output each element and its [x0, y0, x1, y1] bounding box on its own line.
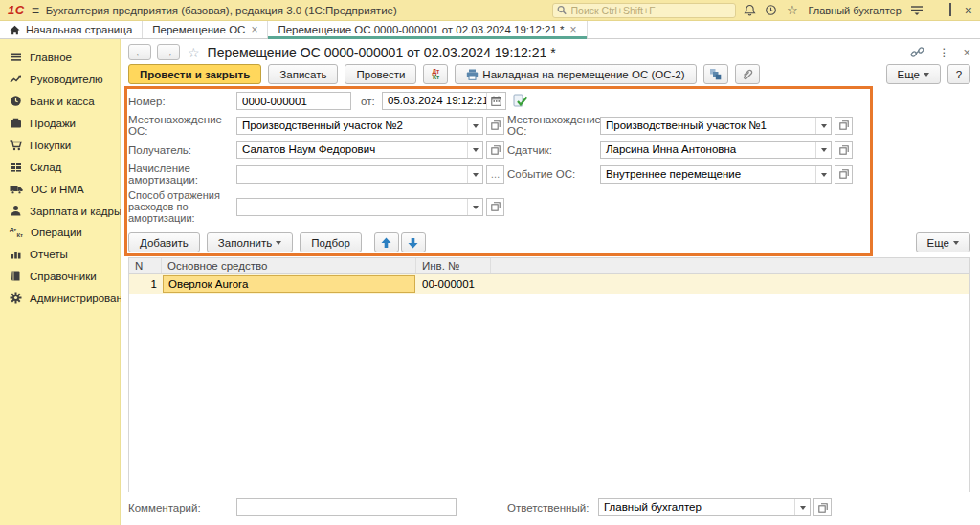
receiver-combo[interactable]: Салатов Наум Федорович [236, 141, 483, 159]
chevron-down-icon[interactable] [794, 499, 810, 515]
link-icon[interactable] [910, 46, 924, 58]
help-button[interactable]: ? [947, 64, 970, 84]
history-icon[interactable] [764, 3, 778, 17]
expense-method-label: Способ отражения расходов по амортизации… [128, 189, 236, 224]
expense-method-combo[interactable] [236, 198, 483, 216]
open-expense-method-button[interactable] [486, 198, 504, 216]
sidebar-item-warehouse[interactable]: Склад [0, 156, 120, 178]
calendar-icon[interactable] [486, 93, 505, 109]
column-asset[interactable]: Основное средство [162, 258, 416, 273]
chevron-down-icon[interactable] [467, 118, 482, 134]
set-date-check-icon[interactable] [513, 94, 528, 108]
chevron-down-icon[interactable] [467, 199, 482, 215]
move-up-button[interactable] [374, 232, 399, 252]
date-value: 05.03.2024 19:12:21 [383, 93, 486, 109]
fill-button[interactable]: Заполнить [207, 232, 293, 252]
inventory-number-cell[interactable]: 00-000001 [416, 278, 491, 290]
close-tab-icon[interactable]: × [251, 23, 257, 36]
favorites-star-icon[interactable]: ☆ [785, 3, 799, 17]
service-menu-icon[interactable] [910, 5, 924, 16]
chevron-down-icon[interactable] [815, 142, 831, 158]
forward-button[interactable]: → [157, 44, 180, 60]
sidebar-label: Администрирование [30, 293, 135, 304]
depreciation-combo[interactable] [236, 165, 483, 184]
open-responsible-button[interactable] [813, 498, 832, 516]
move-down-button[interactable] [401, 232, 426, 252]
column-n[interactable]: N [129, 258, 162, 273]
sidebar-item-operations[interactable]: Дт Кт Операции [0, 222, 120, 243]
form-fields: Номер: от: 05.03.2024 19:12:21 [121, 89, 980, 229]
sidebar-label: Справочники [30, 271, 97, 282]
open-location-to-button[interactable] [835, 117, 853, 135]
chevron-down-icon[interactable] [815, 118, 831, 134]
pick-button[interactable]: Подбор [300, 232, 362, 252]
search-input[interactable] [571, 5, 732, 16]
tab-home[interactable]: Начальная страница [0, 21, 143, 38]
close-window-icon[interactable]: × [965, 4, 972, 17]
sidebar-item-payroll-hr[interactable]: Зарплата и кадры [0, 200, 120, 222]
location-from-combo[interactable]: Производственный участок №2 [236, 117, 483, 135]
print-invoice-button[interactable]: Накладная на перемещение ОС (ОС-2) [455, 64, 696, 84]
current-user[interactable]: Главный бухгалтер [808, 5, 901, 16]
open-location-from-button[interactable] [486, 117, 504, 135]
comment-input[interactable] [236, 498, 457, 516]
open-receiver-button[interactable] [486, 141, 504, 159]
more-menu-icon[interactable]: ⋮ [938, 46, 949, 59]
add-row-button[interactable]: Добавить [128, 232, 200, 252]
main-menu-icon[interactable]: ≡ [32, 4, 39, 17]
sidebar-item-fixed-assets[interactable]: ОС и НМА [0, 178, 120, 200]
app-title: Бухгалтерия предприятия (базовая), редак… [46, 5, 397, 16]
sidebar-item-manager[interactable]: Руководителю [0, 68, 120, 90]
table-empty-area[interactable] [129, 294, 969, 492]
sidebar-label: Главное [30, 52, 72, 63]
sidebar-item-directories[interactable]: Справочники [0, 265, 120, 287]
sidebar-item-purchases[interactable]: Покупки [0, 134, 120, 156]
receiver-label: Получатель: [128, 144, 236, 156]
date-input[interactable]: 05.03.2024 19:12:21 [382, 92, 506, 110]
asset-cell[interactable]: Оверлок Aurora [162, 275, 416, 293]
grid-icon [10, 161, 22, 173]
open-deliverer-button[interactable] [835, 141, 853, 159]
sidebar-item-sales[interactable]: Продажи [0, 112, 120, 134]
post-button[interactable]: Провести [345, 64, 416, 84]
dtkt-postings-button[interactable]: ДтКт [423, 64, 448, 84]
sidebar-item-main[interactable]: Главное [0, 46, 120, 68]
global-search[interactable] [552, 3, 736, 18]
event-label: Событие ОС: [507, 168, 600, 180]
sidebar-label: Руководителю [30, 74, 103, 85]
sidebar-item-reports[interactable]: Отчеты [0, 243, 120, 265]
back-button[interactable]: ← [128, 44, 151, 60]
chevron-down-icon[interactable] [815, 166, 831, 183]
sidebar-item-bank-cash[interactable]: Банк и касса [0, 90, 120, 112]
number-input[interactable] [236, 92, 351, 110]
attachments-button[interactable] [735, 64, 760, 84]
sidebar-item-administration[interactable]: Администрирование [0, 287, 120, 309]
table-more-button[interactable]: Еще [916, 232, 970, 252]
open-event-button[interactable] [835, 165, 853, 184]
depreciation-value [237, 166, 467, 183]
chevron-down-icon[interactable] [467, 166, 482, 183]
deliverer-combo[interactable]: Ларсина Инна Антоновна [600, 141, 832, 159]
favorite-star-icon[interactable]: ☆ [188, 45, 200, 60]
depreciation-ellipsis-button[interactable]: … [486, 165, 504, 184]
notifications-bell-icon[interactable] [743, 3, 757, 17]
tab-os-transfer-doc[interactable]: Перемещение ОС 0000-000001 от 02.03.2024… [268, 21, 587, 38]
close-document-icon[interactable]: × [963, 45, 970, 59]
maximize-icon[interactable] [949, 5, 951, 15]
close-tab-icon[interactable]: × [569, 23, 576, 36]
asset-cell-selected[interactable]: Оверлок Aurora [163, 275, 415, 293]
assets-table: N Основное средство Инв. № 1 Оверлок Aur… [128, 257, 970, 492]
post-and-close-button[interactable]: Провести и закрыть [128, 64, 261, 84]
save-button[interactable]: Записать [268, 64, 338, 84]
chevron-down-icon[interactable] [467, 142, 482, 158]
tab-os-transfer-list[interactable]: Перемещение ОС × [143, 21, 268, 38]
location-to-combo[interactable]: Производственный участок №1 [600, 117, 832, 135]
column-inv[interactable]: Инв. № [416, 258, 491, 273]
tab-bar: Начальная страница Перемещение ОС × Пере… [0, 21, 980, 39]
table-row[interactable]: 1 Оверлок Aurora 00-000001 [129, 274, 969, 294]
table-header: N Основное средство Инв. № [129, 258, 969, 274]
responsible-combo[interactable]: Главный бухгалтер [598, 498, 811, 516]
related-documents-button[interactable] [703, 64, 728, 84]
event-combo[interactable]: Внутреннее перемещение [600, 165, 832, 184]
toolbar-more-button[interactable]: Еще [886, 64, 941, 84]
